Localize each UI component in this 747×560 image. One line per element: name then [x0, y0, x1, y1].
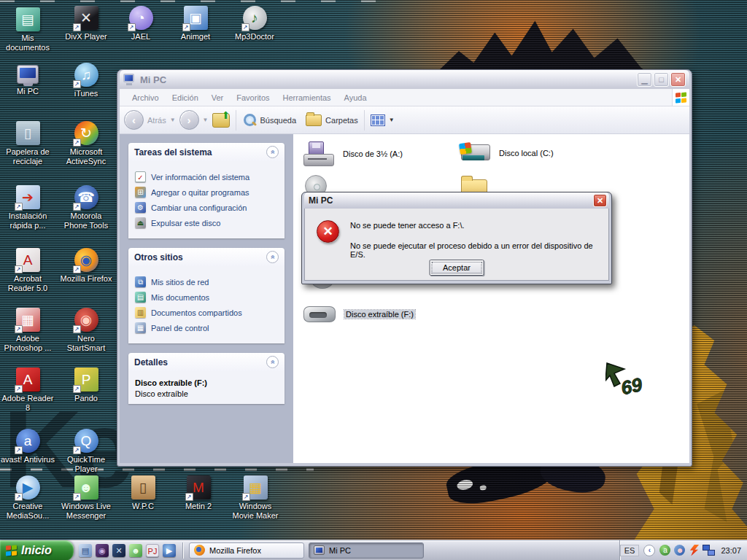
language-indicator[interactable]: ES	[620, 545, 640, 556]
desktop-icon-metin2[interactable]: M↗Metin 2	[171, 475, 226, 511]
desktop-icon-nero-startsmart[interactable]: ◉↗Nero StartSmart	[58, 308, 114, 353]
desktop-icon-label: Nero StartSmart	[58, 334, 114, 353]
chevron-up-icon[interactable]: »	[266, 251, 279, 263]
desktop-icon-quicktime-player[interactable]: Q↗QuickTime Player	[58, 429, 114, 474]
up-folder-icon[interactable]	[212, 113, 230, 128]
desktop-icon-acrobat-reader-5[interactable]: A↗Acrobat Reader 5.0	[0, 248, 55, 293]
task-link[interactable]: ⊞Agregar o quitar programas	[135, 187, 278, 198]
task-link-icon: ⊞	[135, 187, 146, 198]
close-button[interactable]: ✕	[670, 72, 686, 87]
desktop-icon-avast-antivirus[interactable]: a↗avast! Antivirus	[0, 429, 55, 464]
desktop-icon-papelera[interactable]: ▯Papelera de reciclaje	[0, 121, 55, 166]
error-icon: ✕	[317, 220, 339, 243]
windows-live-messenger-icon: ☻↗	[74, 475, 98, 499]
folders-label[interactable]: Carpetas	[325, 116, 358, 125]
desktop-icon-motorola-phone-tools[interactable]: ☎↗Motorola Phone Tools	[58, 185, 114, 230]
messenger-offline-icon[interactable]: ☻	[674, 545, 685, 556]
desktop-icon-movie-maker[interactable]: ▦↗Windows Movie Maker	[228, 475, 283, 521]
desktop-icon-adobe-reader-8[interactable]: A↗Adobe Reader 8	[0, 368, 55, 413]
menu-edición[interactable]: Edición	[166, 93, 205, 102]
firefox-icon	[194, 545, 205, 556]
back-icon[interactable]: ‹	[124, 110, 144, 130]
task-link[interactable]: ✓Ver información del sistema	[135, 171, 278, 182]
chevron-up-icon[interactable]: »	[266, 146, 279, 158]
drive-item-f[interactable]: Disco extraíble (F:)	[303, 303, 415, 325]
desktop-icon-mp3doctor[interactable]: ♪↗Mp3Doctor	[227, 6, 282, 42]
desktop-icon-itunes[interactable]: ♫↗iTunes	[58, 63, 114, 98]
drive-item-c[interactable]: Disco local (C:)	[460, 141, 554, 165]
quicklaunch-pj-app-icon[interactable]: PJ	[146, 544, 159, 557]
panel-header-system-tasks[interactable]: Tareas del sistema»	[128, 143, 285, 161]
search-icon[interactable]	[242, 113, 257, 128]
quicklaunch-messenger-quick-icon[interactable]: ☻	[129, 544, 142, 557]
desktop-icon-divx-player[interactable]: ✕↗DivX Player	[58, 6, 114, 42]
desktop-icon-mis-documentos[interactable]: ▤Mis documentos	[0, 7, 55, 52]
details-subtitle: Disco extraíble	[135, 389, 278, 398]
search-label[interactable]: Búsqueda	[260, 116, 297, 125]
task-link[interactable]: ▤Mis documentos	[135, 292, 278, 303]
dialog-body: ✕ No se puede tener acceso a F:\. No se …	[304, 209, 609, 281]
desktop-icon-jael[interactable]: ◔↗JAEL	[113, 6, 169, 42]
drive-item-a[interactable]: Disco de 3½ (A:)	[303, 141, 403, 166]
quicklaunch-show-desktop-icon[interactable]: ▤	[79, 544, 92, 557]
dialog-close-icon[interactable]: ✕	[593, 194, 607, 207]
views-icon[interactable]	[371, 114, 385, 126]
menu-herramientas[interactable]: Herramientas	[276, 93, 338, 102]
quicklaunch-camera-app-icon[interactable]: ◉	[96, 544, 109, 557]
tray-collapse-icon[interactable]: ‹	[643, 545, 655, 556]
task-mipc-button[interactable]: Mi PC	[309, 542, 424, 559]
minimize-button[interactable]: ▁	[637, 72, 652, 87]
task-link-icon: ⚙	[135, 202, 146, 213]
windows-flag-icon	[6, 545, 17, 556]
desktop-icon-animget[interactable]: ▣↗Animget	[168, 6, 223, 42]
back-dropdown-icon[interactable]: ▼	[170, 117, 176, 123]
task-link[interactable]: ▥Documentos compartidos	[135, 307, 278, 318]
accept-button[interactable]: Aceptar	[430, 260, 484, 276]
desktop-icon-instalacion-rapida[interactable]: ➔↗Instalación rápida p...	[0, 185, 55, 230]
forward-icon[interactable]: ›	[179, 110, 199, 130]
window-titlebar[interactable]: Mi PC ▁ □ ✕	[120, 70, 689, 89]
desktop-icon-creative-mediasource[interactable]: ▶↗Creative MediaSou...	[0, 475, 55, 521]
desktop-icon-activesync[interactable]: ↻↗Microsoft ActiveSync	[58, 121, 114, 166]
task-firefox-button[interactable]: Mozilla Firefox	[189, 542, 304, 559]
dialog-message-line2: No se puede ejecutar el proceso debido a…	[350, 241, 608, 259]
folders-icon[interactable]	[306, 114, 322, 126]
back-label[interactable]: Atrás	[147, 116, 166, 125]
task-link[interactable]: ⚙Cambiar una configuración	[135, 202, 278, 213]
desktop-icon-pando[interactable]: P↗Pando	[58, 368, 114, 403]
dialog-titlebar[interactable]: Mi PC ✕	[304, 192, 609, 209]
network-icon[interactable]	[703, 545, 715, 556]
task-link[interactable]: ▦Panel de control	[135, 322, 278, 333]
quicklaunch-divx-quick-icon[interactable]: ✕	[112, 544, 125, 557]
desktop-icon-wpc[interactable]: ▯W.P.C	[115, 475, 171, 511]
panel-header-details[interactable]: Detalles»	[128, 353, 285, 371]
menu-archivo[interactable]: Archivo	[125, 93, 166, 102]
menu-favoritos[interactable]: Favoritos	[230, 93, 276, 102]
task-link[interactable]: ⧉Mis sitios de red	[135, 276, 278, 287]
avast-tray-icon[interactable]: a	[659, 545, 670, 556]
views-dropdown-icon[interactable]: ▼	[389, 117, 395, 123]
maximize-button[interactable]: □	[654, 72, 669, 87]
task-link[interactable]: ⏏Expulsar este disco	[135, 217, 278, 228]
desktop-icon-mozilla-firefox[interactable]: ◉↗Mozilla Firefox	[58, 248, 114, 284]
desktop-icon-mi-pc[interactable]: Mi PC	[0, 63, 55, 96]
task-button-label: Mi PC	[329, 546, 351, 555]
task-link-label: Ver información del sistema	[151, 173, 249, 182]
adobe-photoshop-icon: ▦↗	[16, 308, 40, 332]
chevron-up-icon[interactable]: »	[266, 356, 279, 368]
task-pane: Tareas del sistema»✓Ver información del …	[120, 134, 293, 463]
start-button[interactable]: Inicio	[0, 540, 74, 560]
lightning-icon[interactable]	[689, 545, 699, 556]
menu-ayuda[interactable]: Ayuda	[338, 93, 374, 102]
quicklaunch-media-player-icon[interactable]: ▶	[163, 544, 176, 557]
desktop-icon-adobe-photoshop[interactable]: ▦↗Adobe Photoshop ...	[0, 308, 55, 353]
divx-player-icon: ✕↗	[74, 6, 98, 30]
task-buttons: Mozilla FirefoxMi PC	[185, 542, 424, 559]
menu-ver[interactable]: Ver	[205, 93, 231, 102]
error-dialog: Mi PC ✕ ✕ No se puede tener acceso a F:\…	[301, 192, 612, 284]
mp3doctor-icon: ♪↗	[243, 6, 267, 30]
panel-header-other-places[interactable]: Otros sitios»	[128, 248, 285, 266]
desktop-icon-windows-live-messenger[interactable]: ☻↗Windows Live Messenger	[58, 475, 114, 521]
forward-dropdown-icon[interactable]: ▼	[203, 117, 209, 123]
desktop-icon-label: Adobe Reader 8	[0, 394, 55, 413]
